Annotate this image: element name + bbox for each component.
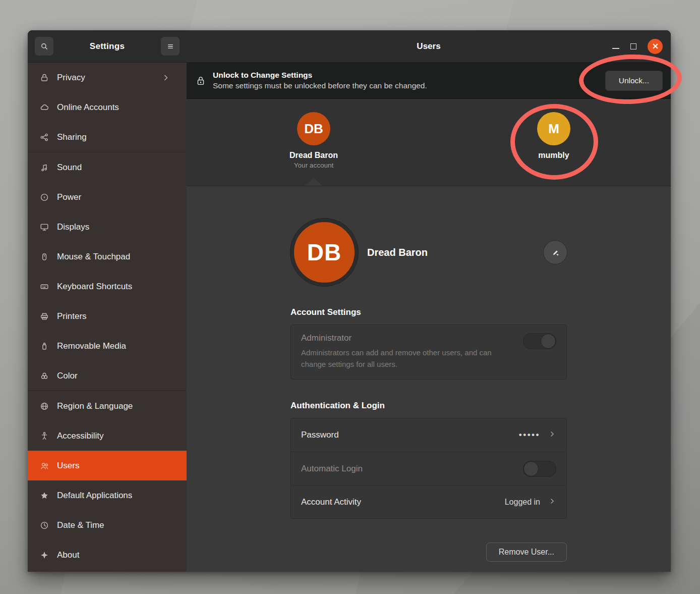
unlock-banner-text: Unlock to Change Settings Some settings …	[213, 71, 605, 90]
account-activity-row[interactable]: Account Activity Logged in	[291, 485, 566, 518]
automatic-login-toggle	[523, 461, 556, 477]
star-icon	[40, 491, 49, 500]
globe-icon	[40, 402, 49, 411]
sidebar-item-label: Privacy	[57, 73, 161, 83]
account-name: Dread Baron	[289, 151, 338, 160]
administrator-text: Administrator Administrators can add and…	[301, 333, 523, 370]
profile-avatar[interactable]: DB	[290, 219, 358, 286]
sidebar-item-displays[interactable]: Displays	[28, 212, 187, 242]
sidebar-item-date-time[interactable]: Date & Time	[28, 510, 187, 540]
avatar: M	[537, 112, 570, 145]
administrator-toggle	[523, 333, 556, 349]
avatar: DB	[297, 112, 330, 145]
sidebar-item-label: Sound	[57, 163, 179, 173]
sidebar-item-label: About	[57, 550, 179, 560]
maximize-icon[interactable]	[630, 43, 636, 49]
settings-window: Settings Privacy Online Accounts Sharing	[28, 30, 671, 572]
page-title: Users	[187, 41, 671, 51]
authentication-card: Password ••••• Automatic Login Account	[290, 418, 567, 519]
padlock-icon	[196, 76, 206, 86]
sidebar-item-removable-media[interactable]: Removable Media	[28, 331, 187, 361]
sidebar-item-label: Removable Media	[57, 341, 179, 351]
search-button[interactable]	[35, 37, 53, 56]
sidebar-item-label: Color	[57, 371, 179, 381]
account-activity-value: Logged in	[505, 498, 540, 507]
sidebar: Settings Privacy Online Accounts Sharing	[28, 30, 187, 572]
lock-icon	[40, 73, 49, 82]
administrator-row: Administrator Administrators can add and…	[291, 325, 566, 379]
color-wheel-icon	[40, 371, 49, 381]
sidebar-item-keyboard-shortcuts[interactable]: Keyboard Shortcuts	[28, 272, 187, 301]
keyboard-icon	[40, 282, 49, 291]
pencil-icon	[551, 248, 560, 257]
sidebar-list: Privacy Online Accounts Sharing Sound Po…	[28, 63, 187, 572]
toggle-knob	[523, 461, 539, 476]
remove-user-button[interactable]: Remove User...	[486, 543, 567, 562]
account-settings-heading: Account Settings	[290, 307, 567, 317]
rename-button[interactable]	[544, 241, 567, 264]
display-icon	[40, 223, 49, 232]
password-row[interactable]: Password •••••	[291, 418, 566, 452]
sidebar-item-privacy[interactable]: Privacy	[28, 63, 187, 92]
sidebar-item-sharing[interactable]: Sharing	[28, 122, 187, 152]
sidebar-item-accessibility[interactable]: Accessibility	[28, 421, 187, 451]
close-icon	[652, 43, 659, 49]
user-carousel: DB Dread Baron Your account M mumbly	[187, 99, 671, 186]
sidebar-item-region-language[interactable]: Region & Language	[28, 391, 187, 421]
sidebar-item-about[interactable]: About	[28, 540, 187, 570]
sidebar-item-power[interactable]: Power	[28, 182, 187, 212]
account-activity-label: Account Activity	[301, 497, 505, 507]
sidebar-item-printers[interactable]: Printers	[28, 301, 187, 331]
password-label: Password	[301, 430, 519, 440]
accessibility-icon	[40, 431, 49, 441]
sidebar-item-label: Sharing	[57, 132, 179, 142]
account-subtitle: Your account	[294, 161, 333, 169]
unlock-button[interactable]: Unlock...	[605, 71, 663, 91]
main-panel: Users Unlock to Change Settings Some set…	[187, 30, 671, 572]
account-settings-card: Administrator Administrators can add and…	[290, 325, 567, 380]
account-mumbly[interactable]: M mumbly	[508, 112, 599, 160]
primary-menu-button[interactable]	[161, 37, 180, 56]
sidebar-item-label: Date & Time	[57, 520, 179, 530]
share-icon	[40, 133, 49, 142]
chevron-right-icon	[548, 497, 556, 507]
sidebar-item-label: Region & Language	[57, 401, 179, 411]
window-controls	[612, 39, 663, 54]
toggle-knob	[541, 334, 556, 349]
profile-name: Dread Baron	[367, 247, 428, 258]
sidebar-item-sound[interactable]: Sound	[28, 152, 187, 182]
minimize-icon[interactable]	[612, 48, 619, 49]
administrator-label: Administrator	[301, 333, 523, 343]
hamburger-menu-icon	[166, 42, 175, 51]
chevron-right-icon	[548, 430, 556, 440]
avatar-initials: M	[548, 121, 559, 137]
automatic-login-row: Automatic Login	[291, 452, 566, 485]
sidebar-item-label: Mouse & Touchpad	[57, 252, 179, 262]
sidebar-title: Settings	[53, 41, 161, 51]
sidebar-item-label: Accessibility	[57, 431, 179, 441]
users-icon	[40, 461, 49, 470]
mouse-icon	[40, 252, 49, 261]
sidebar-item-label: Default Applications	[57, 491, 179, 501]
usb-drive-icon	[40, 342, 49, 351]
administrator-description: Administrators can add and remove other …	[301, 347, 513, 370]
sidebar-headerbar: Settings	[28, 30, 187, 63]
sidebar-item-color[interactable]: Color	[28, 361, 187, 391]
sparkle-icon	[40, 551, 49, 560]
sidebar-item-online-accounts[interactable]: Online Accounts	[28, 92, 187, 122]
sidebar-item-label: Online Accounts	[57, 102, 179, 113]
clock-icon	[40, 521, 49, 530]
sidebar-item-default-applications[interactable]: Default Applications	[28, 480, 187, 510]
automatic-login-label: Automatic Login	[301, 464, 523, 474]
sidebar-item-users[interactable]: Users	[28, 451, 187, 480]
password-value: •••••	[519, 430, 540, 440]
close-button[interactable]	[648, 39, 663, 54]
account-name: mumbly	[538, 151, 569, 160]
sidebar-item-label: Power	[57, 192, 179, 202]
account-dread-baron[interactable]: DB Dread Baron Your account	[268, 112, 359, 169]
profile-avatar-initials: DB	[307, 239, 341, 266]
sidebar-item-label: Displays	[57, 222, 179, 232]
authentication-login-heading: Authentication & Login	[290, 401, 567, 411]
avatar-initials: DB	[304, 121, 323, 137]
sidebar-item-mouse-touchpad[interactable]: Mouse & Touchpad	[28, 242, 187, 272]
